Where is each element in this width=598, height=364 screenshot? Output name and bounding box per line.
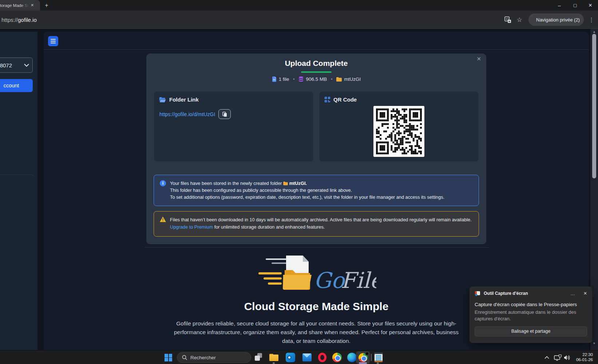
window-close-button[interactable]: ✕ — [583, 0, 598, 11]
stat-files: 1 file — [272, 76, 289, 82]
upload-stats: 1 file • 906.5 MB • mtUzGI — [146, 76, 486, 82]
taskbar-clock[interactable]: 22:30 06-01-26 — [576, 352, 593, 362]
window-stack-indicator — [371, 354, 372, 361]
qr-title: QR Code — [333, 96, 357, 103]
toast-close-icon[interactable]: ✕ — [583, 291, 587, 296]
url-host: gofile.io — [18, 17, 37, 23]
sidebar-divider — [0, 175, 33, 175]
incognito-label: Navigation privée (2) — [536, 17, 580, 23]
windows-start-button[interactable] — [165, 354, 172, 361]
info-line-2: This folder has been configured as publi… — [170, 187, 444, 194]
main-header — [44, 32, 589, 50]
warning-text: Files that haven’t been downloaded in 10… — [170, 216, 472, 232]
account-select[interactable]: 258072 — [0, 58, 33, 73]
qr-icon — [325, 97, 330, 102]
incognito-pill[interactable]: Navigation privée (2) — [528, 13, 584, 26]
info-line-1: Your files have been stored in the newly… — [170, 180, 444, 187]
running-indicator — [377, 363, 379, 364]
network-display-icon[interactable] — [554, 351, 562, 364]
gofile-logo: Go File — [256, 253, 376, 296]
opera-icon[interactable] — [317, 353, 327, 362]
stat-files-label: 1 file — [279, 76, 289, 82]
folder-link-panel: Folder Link https://gofile.io/d/mtUzGI — [154, 91, 314, 162]
clock-time: 22:30 — [576, 352, 593, 357]
warning-icon — [160, 217, 166, 222]
toast-body: Enregistrement automatique dans le dossi… — [475, 309, 584, 322]
toast-title: Capture d'écran copiée dans le Presse-pa… — [475, 302, 587, 307]
search-placeholder: Rechercher — [190, 355, 216, 360]
hamburger-menu-button[interactable] — [48, 36, 58, 46]
stat-size: 906.5 MB — [298, 76, 327, 82]
warning-alert: Files that haven’t been downloaded in 10… — [154, 211, 479, 237]
qr-code-container — [373, 106, 424, 157]
incognito-badge — [365, 352, 369, 356]
qr-code-panel: QR Code — [319, 91, 479, 162]
url-scheme: https:// — [1, 17, 18, 23]
folder-icon — [283, 182, 288, 185]
folder-open-icon — [159, 97, 166, 102]
active-window-indicator — [359, 363, 367, 364]
tab-close-icon[interactable]: ✕ — [31, 3, 34, 8]
scroll-up-icon[interactable]: ▲ — [590, 30, 598, 33]
tab-title: torage Made Si — [0, 3, 30, 8]
dot-separator: • — [293, 77, 294, 82]
folder-link-url[interactable]: https://gofile.io/d/mtUzGI — [159, 111, 215, 117]
browser-titlebar: torage Made Si ✕ + – ▢ ✕ — [0, 0, 598, 11]
file-icon — [272, 76, 277, 82]
translate-icon[interactable]: G — [503, 11, 513, 29]
qr-code-image — [376, 108, 422, 154]
tray-chevron-icon[interactable] — [544, 351, 549, 364]
stat-size-label: 906.5 MB — [306, 76, 327, 82]
mail-icon[interactable] — [302, 353, 312, 362]
chrome-incognito-active-icon[interactable] — [356, 351, 370, 364]
chrome-icon[interactable] — [332, 353, 342, 362]
hero-description: Gofile provides reliable, secure cloud s… — [171, 319, 462, 345]
stat-folder: mtUzGI — [336, 76, 361, 82]
running-indicator — [273, 363, 275, 364]
scroll-down-icon[interactable]: ▼ — [590, 342, 598, 345]
copy-link-button[interactable] — [218, 109, 231, 119]
toast-more-icon[interactable]: … — [570, 291, 575, 296]
taskbar-search[interactable]: Rechercher — [177, 352, 251, 363]
chevron-down-icon — [24, 64, 29, 67]
toast-app-name: Outil Capture d'écran — [484, 291, 567, 296]
taskbar: Rechercher 22:30 — [0, 350, 598, 364]
folder-link-title: Folder Link — [169, 96, 199, 103]
database-icon — [298, 76, 304, 82]
scrollbar-thumb[interactable] — [592, 34, 596, 178]
info-line-3: To set additional options (password, exp… — [170, 194, 444, 201]
info-alert: i Your files have been stored in the new… — [154, 175, 479, 206]
window-restore-button[interactable]: ▢ — [567, 0, 583, 11]
task-view-icon[interactable] — [254, 353, 264, 362]
stat-folder-label: mtUzGI — [344, 76, 361, 82]
browser-tab[interactable]: torage Made Si ✕ — [0, 0, 40, 11]
edge-icon[interactable] — [347, 353, 357, 362]
account-button[interactable]: ccount — [0, 79, 33, 92]
sidebar: 258072 ccount — [0, 32, 37, 350]
snipping-tool-icon — [475, 290, 480, 296]
search-icon — [182, 355, 187, 360]
clock-date: 06-01-26 — [576, 357, 593, 363]
folder-icon — [336, 77, 342, 82]
address-bar[interactable]: https://gofile.io — [1, 11, 37, 29]
window-minimize-button[interactable]: – — [552, 0, 567, 11]
outlook-icon[interactable] — [286, 353, 295, 362]
browser-menu-icon[interactable]: ⋮ — [587, 11, 596, 29]
content-divider — [145, 247, 489, 248]
bookmark-star-icon[interactable]: ☆ — [514, 11, 524, 29]
title-underline — [301, 71, 332, 73]
new-tab-button[interactable]: + — [43, 2, 50, 9]
logo-text-file: File — [341, 268, 376, 293]
notepad-icon[interactable] — [374, 353, 383, 362]
upload-complete-dialog: ✕ Upload Complete 1 file • 906.5 MB • — [146, 54, 486, 244]
speaker-icon[interactable] — [564, 351, 571, 364]
account-select-value: 258072 — [0, 62, 24, 68]
copy-icon — [222, 112, 227, 117]
toast-action-button[interactable]: Balisage et partage — [475, 327, 587, 336]
notification-toast: Outil Capture d'écran … ✕ Capture d'écra… — [470, 286, 592, 343]
upgrade-premium-link[interactable]: Upgrade to Premium — [170, 224, 213, 230]
file-explorer-icon[interactable] — [269, 353, 278, 362]
dot-separator: • — [331, 77, 332, 82]
folder-link-title-row: Folder Link — [159, 96, 308, 103]
info-icon: i — [160, 180, 166, 186]
